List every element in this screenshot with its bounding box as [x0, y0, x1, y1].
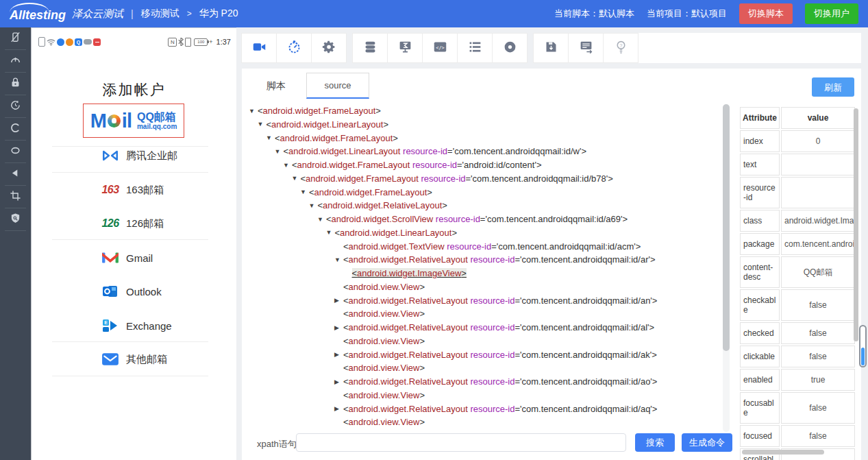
tree-node-selected[interactable]: <android.widget.ImageView> [249, 267, 721, 280]
top-header: Alltesting 泽众云测试 | 移动测试 > 华为 P20 当前脚本：默认… [0, 0, 868, 27]
device-control-button[interactable] [0, 27, 31, 50]
tree-node[interactable]: <android.widget.TextView resource-id='co… [249, 240, 721, 254]
collapse-arrow-icon[interactable]: ▼ [283, 159, 292, 173]
email-provider-item[interactable]: 126 126邮箱 [32, 207, 236, 240]
toolbar-button[interactable]: </> [422, 33, 458, 63]
brand-name: 泽众云测试 [72, 8, 123, 21]
collapse-arrow-icon[interactable]: ▼ [258, 118, 266, 132]
device-control-button[interactable] [0, 186, 31, 208]
device-control-button[interactable] [0, 163, 31, 186]
toolbar-button[interactable] [568, 33, 604, 63]
collapse-arrow-icon[interactable]: ▼ [317, 213, 326, 227]
tab-source[interactable]: source [306, 73, 369, 99]
tree-scrollbar[interactable] [723, 104, 730, 432]
toolbar-button[interactable] [311, 33, 347, 63]
email-provider-item[interactable]: 腾讯企业邮 [32, 139, 236, 172]
attribute-panel-hscrollbar[interactable] [742, 450, 824, 455]
tree-node[interactable]: ▶<android.widget.RelativeLayout resource… [249, 321, 721, 335]
tree-node[interactable]: ▼<android.widget.LinearLayout> [249, 226, 721, 240]
tree-node[interactable]: ▼<android.widget.LinearLayout> [249, 118, 721, 132]
tree-node[interactable]: ▼<android.widget.RelativeLayout resource… [249, 253, 721, 267]
search-button[interactable]: 搜索 [635, 433, 675, 452]
collapse-arrow-icon[interactable]: ▼ [275, 145, 284, 159]
tree-node[interactable]: ▼<android.widget.FrameLayout resource-id… [249, 158, 721, 172]
device-control-button[interactable] [0, 118, 31, 141]
toolbar-button[interactable] [276, 33, 312, 63]
tree-node[interactable]: ▼<android.widget.FrameLayout> [249, 186, 721, 199]
compass-icon [503, 40, 517, 57]
app-square-red-icon [93, 38, 101, 46]
device-control-button[interactable] [0, 208, 31, 231]
tree-node[interactable]: <android.view.View> [249, 280, 721, 294]
tree-scrollbar-thumb[interactable] [723, 104, 730, 351]
switch-user-button[interactable]: 切换用户 [805, 3, 858, 24]
tree-node[interactable]: ▼<android.widget.ScrollView resource-id=… [249, 213, 721, 226]
svg-text:</>: </> [436, 45, 445, 50]
tree-node[interactable]: ▶<android.widget.RelativeLayout resource… [249, 294, 721, 308]
generate-command-button[interactable]: 生成命令 [682, 433, 732, 452]
tab-script[interactable]: 脚本 [266, 80, 286, 93]
expand-arrow-icon[interactable]: ▶ [334, 322, 343, 335]
email-provider-item[interactable]: 163 163邮箱 [32, 173, 236, 206]
collapse-arrow-icon[interactable]: ▼ [326, 226, 335, 240]
email-provider-item[interactable]: Gmail [32, 241, 236, 274]
breadcrumb-section[interactable]: 移动测试 [141, 8, 179, 20]
tree-node[interactable]: <android.view.View> [249, 415, 721, 429]
collapse-arrow-icon[interactable]: ▼ [300, 186, 309, 199]
attribute-name: checkable [740, 289, 780, 321]
expand-arrow-icon[interactable]: ▶ [334, 376, 343, 389]
collapse-arrow-icon[interactable]: ▼ [266, 132, 275, 145]
attribute-value: false [781, 346, 855, 367]
device-control-button[interactable] [0, 50, 31, 73]
expand-arrow-icon[interactable]: ▶ [334, 348, 343, 362]
collapse-arrow-icon[interactable]: ▼ [334, 254, 343, 267]
tree-node[interactable]: ▶<android.widget.RelativeLayout resource… [249, 348, 721, 362]
collapse-arrow-icon[interactable]: ▼ [309, 199, 318, 213]
tree-node[interactable]: ▼<android.widget.LinearLayout resource-i… [249, 145, 721, 158]
window-scrollbar-thumb[interactable] [859, 325, 867, 367]
charging-icon: + [209, 38, 212, 45]
collapse-arrow-icon[interactable]: ▼ [249, 105, 258, 119]
toolbar-button[interactable] [387, 33, 423, 63]
tree-node[interactable]: <android.view.View> [249, 361, 721, 375]
attribute-name: enabled [740, 369, 780, 391]
tree-node[interactable]: <android.view.View> [249, 307, 721, 321]
phone-mirror[interactable]: Q N 100 + 1:37 添加帐户 M il QQ邮箱 mail.qq.co… [31, 27, 236, 460]
tree-node[interactable]: <android.view.View> [249, 335, 721, 348]
collapse-arrow-icon[interactable]: ▼ [292, 172, 301, 186]
app: Alltesting 泽众云测试 | 移动测试 > 华为 P20 当前脚本：默认… [0, 0, 868, 460]
email-provider-item[interactable]: Outlook [32, 275, 236, 308]
attribute-panel-vscrollbar[interactable] [854, 108, 858, 341]
toolbar-button[interactable] [492, 33, 528, 63]
tree-node[interactable]: ▼<android.widget.FrameLayout resource-id… [249, 172, 721, 186]
toolbar-button[interactable] [533, 33, 569, 63]
status-time: 1:37 [216, 38, 231, 46]
toolbar-button[interactable]: ? [603, 33, 638, 63]
device-control-button[interactable] [0, 141, 31, 163]
expand-arrow-icon[interactable]: ▶ [334, 294, 343, 308]
attribute-value: com.tencent.androi [781, 233, 855, 255]
switch-script-button[interactable]: 切换脚本 [739, 3, 793, 24]
email-provider-item[interactable]: E Exchange [32, 309, 236, 342]
vibrate-icon [185, 38, 191, 47]
attribute-name: class [740, 210, 780, 232]
current-project-label: 当前项目：默认项目 [647, 8, 727, 20]
tree-node[interactable]: ▶<android.widget.RelativeLayout resource… [249, 375, 721, 389]
tree-node[interactable]: ▶<android.widget.RelativeLayout resource… [249, 402, 721, 416]
provider-label: Exchange [126, 320, 172, 332]
toolbar-button[interactable] [352, 33, 388, 63]
xpath-input[interactable] [296, 433, 626, 452]
tree-node[interactable]: <android.view.View> [249, 389, 721, 402]
attribute-panel: Attributevalueindex0textresource-idclass… [739, 106, 856, 460]
toolbar-button[interactable] [241, 33, 277, 63]
tree-node[interactable]: ▼<android.widget.FrameLayout> [249, 104, 721, 118]
email-provider-item[interactable]: 其他邮箱 [32, 343, 236, 376]
tree-node[interactable]: ▼<android.widget.FrameLayout> [249, 132, 721, 145]
refresh-button[interactable]: 刷新 [812, 77, 854, 97]
device-control-button[interactable] [0, 73, 31, 95]
tree-node[interactable]: ▼<android.widget.RelativeLayout> [249, 199, 721, 213]
qqmail-logo-selection-box[interactable]: M il QQ邮箱 mail.qq.com [83, 104, 184, 138]
expand-arrow-icon[interactable]: ▶ [334, 402, 343, 416]
toolbar-button[interactable] [457, 33, 493, 63]
device-control-button[interactable] [0, 95, 31, 118]
